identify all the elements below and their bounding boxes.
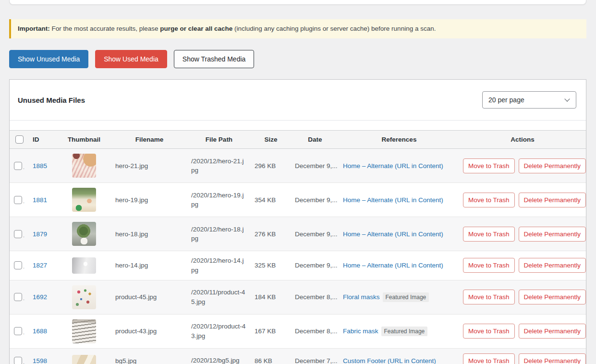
thumbnail-image bbox=[72, 188, 96, 212]
reference-link[interactable]: Custom Footer (URL in Content) bbox=[343, 357, 436, 364]
delete-permanently-button[interactable]: Delete Permanently bbox=[519, 227, 586, 242]
media-id-link[interactable]: 1879 bbox=[33, 231, 47, 238]
notice-text-2: (including any caching plugins or server… bbox=[232, 25, 436, 32]
media-id-link[interactable]: 1881 bbox=[33, 196, 47, 204]
delete-permanently-button[interactable]: Delete Permanently bbox=[519, 158, 586, 173]
file-path-cell: /2020/11/product-45.jpg bbox=[187, 280, 251, 314]
reference-link[interactable]: Home – Alternate (URL in Content) bbox=[343, 196, 443, 204]
size-cell: 276 KB bbox=[251, 217, 291, 251]
delete-permanently-button[interactable]: Delete Permanently bbox=[519, 290, 586, 304]
cache-warning-notice: Important: For the most accurate results… bbox=[9, 19, 586, 38]
row-marker-dot: . bbox=[23, 329, 24, 335]
column-header-date: Date bbox=[291, 131, 339, 149]
thumbnail-image bbox=[72, 319, 96, 343]
per-page-select[interactable]: 20 per page bbox=[482, 91, 576, 109]
move-to-trash-button[interactable]: Move to Trash bbox=[463, 193, 515, 207]
media-table-body: . 1885 hero-21.jpg /2020/12/hero-21.jpg … bbox=[10, 149, 586, 364]
media-id-link[interactable]: 1692 bbox=[33, 293, 47, 301]
table-row: . 1885 hero-21.jpg /2020/12/hero-21.jpg … bbox=[10, 149, 586, 183]
column-header-filename: Filename bbox=[111, 131, 187, 149]
thumbnail-image bbox=[72, 355, 96, 364]
media-table: ID Thumbnail Filename File Path Size Dat… bbox=[10, 130, 586, 364]
media-id-link[interactable]: 1688 bbox=[33, 328, 47, 335]
media-filter-toolbar: Show Unused Media Show Used Media Show T… bbox=[9, 50, 586, 68]
row-checkbox[interactable] bbox=[14, 230, 22, 238]
size-cell: 325 KB bbox=[251, 251, 291, 280]
date-cell: December 8,... bbox=[291, 314, 339, 348]
table-row: . 1827 hero-14.jpg /2020/12/hero-14.jpg … bbox=[10, 251, 586, 280]
move-to-trash-button[interactable]: Move to Trash bbox=[463, 258, 515, 273]
size-cell: 167 KB bbox=[251, 314, 291, 348]
column-header-thumbnail: Thumbnail bbox=[57, 131, 111, 149]
featured-image-badge: Featured Image bbox=[381, 327, 428, 336]
reference-link[interactable]: Home – Alternate (URL in Content) bbox=[343, 231, 443, 238]
column-header-actions: Actions bbox=[459, 131, 586, 149]
notice-text-1: For the most accurate results, please bbox=[50, 25, 160, 32]
table-row: . 1692 product-45.jpg /2020/11/product-4… bbox=[10, 280, 586, 314]
date-cell: December 9,... bbox=[291, 251, 339, 280]
reference-link[interactable]: Floral masks bbox=[343, 293, 380, 301]
row-checkbox[interactable] bbox=[14, 293, 22, 301]
thumbnail-image bbox=[72, 285, 96, 309]
filename-cell: bg5.jpg bbox=[111, 348, 187, 364]
delete-permanently-button[interactable]: Delete Permanently bbox=[519, 353, 586, 364]
column-header-file-path: File Path bbox=[187, 131, 251, 149]
unused-media-panel: Unused Media Files 20 per page ID Thumbn… bbox=[9, 79, 586, 364]
file-path-cell: /2020/12/hero-14.jpg bbox=[187, 251, 251, 280]
show-used-media-button[interactable]: Show Used Media bbox=[95, 50, 167, 68]
move-to-trash-button[interactable]: Move to Trash bbox=[463, 158, 515, 173]
page-title: Unused Media Files bbox=[18, 96, 85, 104]
chevron-down-icon bbox=[564, 97, 570, 102]
move-to-trash-button[interactable]: Move to Trash bbox=[463, 324, 515, 339]
date-cell: December 9,... bbox=[291, 217, 339, 251]
date-cell: December 7,... bbox=[291, 348, 339, 364]
reference-link[interactable]: Home – Alternate (URL in Content) bbox=[343, 262, 443, 269]
reference-link[interactable]: Fabric mask bbox=[343, 328, 378, 335]
panel-header: Unused Media Files 20 per page bbox=[10, 80, 586, 121]
filename-cell: hero-21.jpg bbox=[111, 149, 187, 183]
row-marker-dot: . bbox=[23, 164, 24, 170]
media-id-link[interactable]: 1598 bbox=[33, 357, 47, 364]
filename-cell: hero-19.jpg bbox=[111, 183, 187, 217]
file-path-cell: /2020/12/bg5.jpg bbox=[187, 348, 251, 364]
thumbnail-image bbox=[72, 154, 96, 178]
move-to-trash-button[interactable]: Move to Trash bbox=[463, 353, 515, 364]
reference-link[interactable]: Home – Alternate (URL in Content) bbox=[343, 162, 443, 170]
column-header-size: Size bbox=[251, 131, 291, 149]
move-to-trash-button[interactable]: Move to Trash bbox=[463, 290, 515, 304]
size-cell: 354 KB bbox=[251, 183, 291, 217]
delete-permanently-button[interactable]: Delete Permanently bbox=[519, 324, 586, 339]
row-marker-dot: . bbox=[23, 295, 24, 301]
filename-cell: hero-14.jpg bbox=[111, 251, 187, 280]
page-content: Important: For the most accurate results… bbox=[9, 0, 586, 364]
media-table-container: ID Thumbnail Filename File Path Size Dat… bbox=[10, 130, 586, 364]
featured-image-badge: Featured Image bbox=[383, 292, 429, 302]
move-to-trash-button[interactable]: Move to Trash bbox=[463, 227, 515, 242]
row-checkbox[interactable] bbox=[14, 327, 22, 335]
table-row: . 1881 hero-19.jpg /2020/12/hero-19.jpg … bbox=[10, 183, 586, 217]
row-checkbox[interactable] bbox=[14, 196, 22, 204]
date-cell: December 9,... bbox=[291, 149, 339, 183]
media-id-link[interactable]: 1885 bbox=[33, 162, 47, 170]
show-unused-media-button[interactable]: Show Unused Media bbox=[9, 50, 88, 68]
show-trashed-media-button[interactable]: Show Trashed Media bbox=[174, 50, 255, 68]
delete-permanently-button[interactable]: Delete Permanently bbox=[519, 258, 586, 273]
per-page-selected-value: 20 per page bbox=[488, 96, 524, 104]
row-marker-dot: . bbox=[23, 264, 24, 269]
size-cell: 86 KB bbox=[251, 348, 291, 364]
select-all-checkbox[interactable] bbox=[15, 135, 24, 144]
media-id-link[interactable]: 1827 bbox=[33, 262, 47, 269]
column-header-id: ID bbox=[29, 131, 57, 149]
row-marker-dot: . bbox=[23, 232, 24, 238]
row-checkbox[interactable] bbox=[14, 357, 22, 364]
file-path-cell: /2020/12/hero-21.jpg bbox=[187, 149, 251, 183]
size-cell: 296 KB bbox=[251, 149, 291, 183]
row-checkbox[interactable] bbox=[14, 261, 22, 269]
delete-permanently-button[interactable]: Delete Permanently bbox=[519, 193, 586, 207]
date-cell: December 9,... bbox=[291, 183, 339, 217]
thumbnail-image bbox=[72, 222, 96, 246]
row-checkbox[interactable] bbox=[14, 162, 22, 170]
date-cell: December 8,... bbox=[291, 280, 339, 314]
row-marker-dot: . bbox=[23, 359, 24, 364]
row-marker-dot: . bbox=[23, 198, 24, 204]
